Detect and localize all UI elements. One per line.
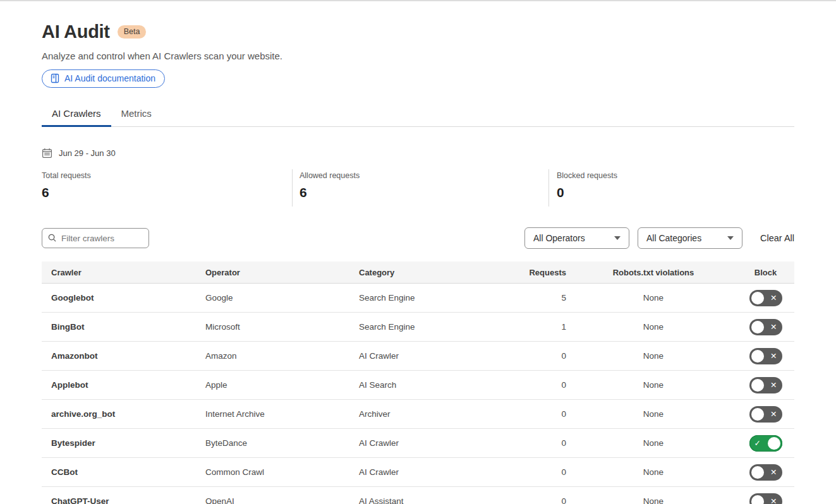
category-label: AI Crawler	[359, 351, 506, 361]
filter-bar: All Operators All Categories Clear All	[42, 227, 794, 249]
book-icon	[50, 73, 60, 83]
requests-count: 0	[506, 380, 570, 390]
violations-value: None	[570, 409, 737, 419]
x-icon: ✕	[770, 294, 777, 302]
block-toggle[interactable]: ✓ ✕	[749, 348, 782, 364]
date-range-picker[interactable]: Jun 29 - Jun 30	[42, 148, 794, 159]
categories-dropdown[interactable]: All Categories	[638, 227, 742, 249]
table-row: ChatGPT-User OpenAI AI Assistant 0 None …	[42, 487, 794, 504]
beta-badge: Beta	[118, 25, 147, 39]
page-header: AI Audit Beta Analyze and control when A…	[42, 21, 794, 88]
stat-total-requests: Total requests 6	[42, 169, 292, 207]
toggle-knob	[751, 408, 764, 421]
documentation-button-label: AI Audit documentation	[64, 73, 155, 83]
operator-name: Amazon	[205, 351, 359, 361]
stat-value: 0	[557, 185, 794, 200]
block-toggle[interactable]: ✓ ✕	[749, 435, 782, 452]
crawler-name: ChatGPT-User	[42, 496, 205, 504]
block-toggle[interactable]: ✓ ✕	[749, 493, 782, 504]
table-row: CCBot Common Crawl AI Crawler 0 None ✓ ✕	[42, 458, 794, 487]
toggle-knob	[751, 350, 764, 363]
toggle-knob	[751, 495, 764, 504]
column-header-block: Block	[737, 268, 794, 277]
block-toggle[interactable]: ✓ ✕	[749, 290, 782, 306]
crawlers-table: Crawler Operator Category Requests Robot…	[42, 261, 794, 504]
category-label: Search Engine	[359, 322, 506, 332]
requests-count: 5	[506, 293, 570, 303]
operators-dropdown[interactable]: All Operators	[524, 227, 629, 249]
crawler-name: BingBot	[42, 322, 205, 332]
crawler-name: Bytespider	[42, 438, 205, 448]
operator-name: Google	[205, 293, 359, 303]
stat-allowed-requests: Allowed requests 6	[292, 169, 548, 207]
column-header-operator: Operator	[205, 268, 359, 277]
block-toggle[interactable]: ✓ ✕	[749, 406, 782, 423]
operator-name: Common Crawl	[205, 467, 359, 477]
violations-value: None	[570, 467, 737, 477]
column-header-requests: Requests	[506, 268, 570, 277]
toggle-knob	[751, 379, 764, 392]
table-header-row: Crawler Operator Category Requests Robot…	[42, 261, 794, 284]
stat-label: Blocked requests	[557, 171, 794, 180]
documentation-button[interactable]: AI Audit documentation	[42, 69, 165, 88]
operator-name: Internet Archive	[205, 409, 359, 419]
operator-name: OpenAI	[205, 496, 359, 504]
stat-blocked-requests: Blocked requests 0	[548, 169, 794, 207]
violations-value: None	[570, 293, 737, 303]
table-row: archive.org_bot Internet Archive Archive…	[42, 400, 794, 429]
operators-dropdown-value: All Operators	[533, 233, 585, 243]
chevron-down-icon	[727, 236, 734, 240]
category-label: AI Crawler	[359, 438, 506, 448]
block-toggle[interactable]: ✓ ✕	[749, 464, 782, 481]
violations-value: None	[570, 351, 737, 361]
requests-count: 0	[506, 409, 570, 419]
table-row: Googlebot Google Search Engine 5 None ✓ …	[42, 284, 794, 313]
requests-count: 0	[506, 496, 570, 504]
tab-metrics[interactable]: Metrics	[111, 102, 162, 126]
block-toggle[interactable]: ✓ ✕	[749, 319, 782, 335]
table-row: Bytespider ByteDance AI Crawler 0 None ✓…	[42, 429, 794, 458]
stat-value: 6	[42, 185, 292, 200]
requests-count: 0	[506, 467, 570, 477]
crawler-name: CCBot	[42, 467, 205, 477]
requests-count: 0	[506, 438, 570, 448]
x-icon: ✕	[770, 497, 777, 504]
violations-value: None	[570, 496, 737, 504]
tab-ai-crawlers[interactable]: AI Crawlers	[42, 102, 111, 126]
violations-value: None	[570, 438, 737, 448]
x-icon: ✕	[770, 468, 777, 476]
violations-value: None	[570, 380, 737, 390]
clear-all-button[interactable]: Clear All	[760, 233, 794, 243]
toggle-knob	[751, 321, 764, 333]
x-icon: ✕	[770, 352, 777, 360]
stats-row: Total requests 6 Allowed requests 6 Bloc…	[42, 169, 794, 207]
table-row: Applebot Apple AI Search 0 None ✓ ✕	[42, 371, 794, 400]
requests-count: 1	[506, 322, 570, 332]
category-label: AI Search	[359, 380, 506, 390]
operator-name: ByteDance	[205, 438, 359, 448]
date-range-label: Jun 29 - Jun 30	[59, 148, 116, 158]
stat-label: Allowed requests	[300, 171, 548, 180]
categories-dropdown-value: All Categories	[646, 233, 701, 243]
page-title: AI Audit	[42, 21, 110, 42]
requests-count: 0	[506, 351, 570, 361]
x-icon: ✕	[770, 381, 777, 389]
calendar-icon	[42, 148, 52, 159]
toggle-knob	[768, 437, 780, 450]
crawler-filter-input[interactable]	[42, 228, 149, 248]
block-toggle[interactable]: ✓ ✕	[749, 377, 782, 393]
table-row: Amazonbot Amazon AI Crawler 0 None ✓ ✕	[42, 342, 794, 371]
stat-value: 6	[300, 185, 548, 200]
crawler-name: archive.org_bot	[42, 409, 205, 419]
category-label: AI Assistant	[359, 496, 506, 504]
check-icon: ✓	[754, 439, 761, 447]
table-body: Googlebot Google Search Engine 5 None ✓ …	[42, 284, 794, 504]
toggle-knob	[751, 466, 764, 479]
x-icon: ✕	[770, 323, 777, 331]
operator-name: Microsoft	[205, 322, 359, 332]
column-header-crawler: Crawler	[42, 268, 205, 277]
violations-value: None	[570, 322, 737, 332]
crawler-name: Googlebot	[42, 293, 205, 303]
crawler-name: Amazonbot	[42, 351, 205, 361]
chevron-down-icon	[614, 236, 621, 240]
